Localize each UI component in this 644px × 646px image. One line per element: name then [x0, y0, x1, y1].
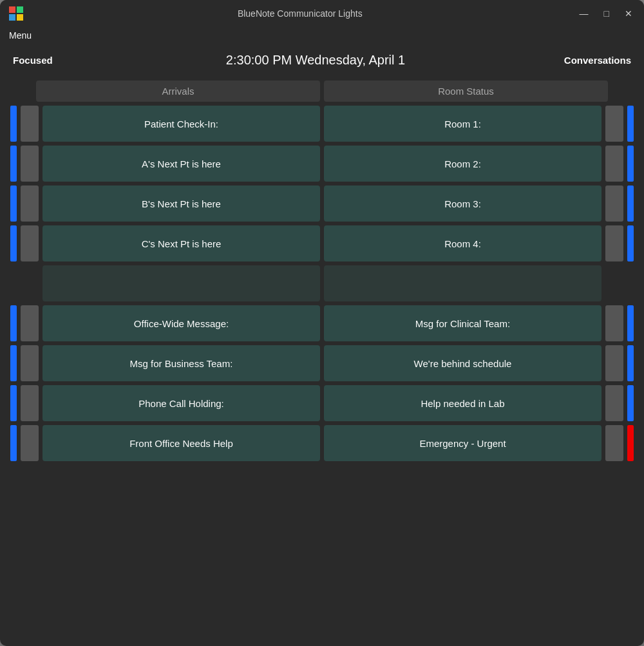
- left-indicator-0: [10, 106, 17, 142]
- main-window: BlueNote Communicator Lights — □ ✕ Menu …: [0, 0, 644, 646]
- right-indicator-1: [627, 146, 634, 182]
- datetime-display: 2:30:00 PM Wednesday, April 1: [90, 53, 541, 68]
- right-cell-7[interactable]: Help needed in Lab: [324, 385, 601, 421]
- right-cell-1[interactable]: Room 2:: [324, 146, 601, 182]
- left-cell-8[interactable]: Front Office Needs Help: [43, 425, 320, 461]
- left-indicator-1: [10, 146, 17, 182]
- left-cell-5[interactable]: Office-Wide Message:: [43, 305, 320, 341]
- right-indicator-3: [627, 225, 634, 261]
- right-indicator-0: [627, 106, 634, 142]
- left-block-0: [21, 106, 39, 142]
- conversations-label[interactable]: Conversations: [541, 55, 631, 66]
- right-indicator-2: [627, 185, 634, 222]
- right-indicator-8: [627, 425, 634, 461]
- window-title: BlueNote Communicator Lights: [30, 8, 571, 19]
- main-content: Arrivals Room Status Patient Check-In: R…: [0, 74, 644, 646]
- right-indicator-6: [627, 345, 634, 381]
- table-row: Patient Check-In: Room 1:: [10, 106, 634, 142]
- logo-yellow: [17, 14, 23, 21]
- minimize-button[interactable]: —: [577, 8, 591, 19]
- right-block-7: [605, 385, 623, 421]
- left-indicator-empty: [10, 265, 17, 301]
- menu-bar: Menu: [0, 27, 644, 46]
- left-cell-0[interactable]: Patient Check-In:: [43, 106, 320, 142]
- table-row: A's Next Pt is here Room 2:: [10, 146, 634, 182]
- logo-red: [9, 6, 15, 13]
- table-row: Msg for Business Team: We're behind sche…: [10, 345, 634, 381]
- left-cell-3[interactable]: C's Next Pt is here: [43, 225, 320, 261]
- left-indicator-7: [10, 385, 17, 421]
- right-block-1: [605, 146, 623, 182]
- table-row: Office-Wide Message: Msg for Clinical Te…: [10, 305, 634, 341]
- empty-row: [10, 265, 634, 301]
- table-row: Front Office Needs Help Emergency - Urge…: [10, 425, 634, 461]
- right-block-8: [605, 425, 623, 461]
- logo-blue: [9, 14, 15, 21]
- left-cell-empty: [43, 265, 320, 301]
- left-block-empty: [21, 265, 39, 301]
- right-indicator-empty: [627, 265, 634, 301]
- menu-item-menu[interactable]: Menu: [9, 30, 32, 41]
- right-cell-empty: [324, 265, 601, 301]
- app-logo: [9, 6, 23, 21]
- focused-label[interactable]: Focused: [13, 55, 90, 66]
- right-block-empty: [605, 265, 623, 301]
- table-row: B's Next Pt is here Room 3:: [10, 185, 634, 222]
- right-cell-6[interactable]: We're behind schedule: [324, 345, 601, 381]
- header-row: Focused 2:30:00 PM Wednesday, April 1 Co…: [0, 46, 644, 74]
- left-block-1: [21, 146, 39, 182]
- left-cell-2[interactable]: B's Next Pt is here: [43, 185, 320, 222]
- right-cell-2[interactable]: Room 3:: [324, 185, 601, 222]
- left-block-2: [21, 185, 39, 222]
- right-cell-8[interactable]: Emergency - Urgent: [324, 425, 601, 461]
- left-block-5: [21, 305, 39, 341]
- right-cell-5[interactable]: Msg for Clinical Team:: [324, 305, 601, 341]
- left-cell-7[interactable]: Phone Call Holding:: [43, 385, 320, 421]
- column-headers: Arrivals Room Status: [10, 81, 634, 102]
- left-block-7: [21, 385, 39, 421]
- logo-green: [17, 6, 23, 13]
- right-block-0: [605, 106, 623, 142]
- right-indicator-7: [627, 385, 634, 421]
- right-block-6: [605, 345, 623, 381]
- left-cell-6[interactable]: Msg for Business Team:: [43, 345, 320, 381]
- right-block-5: [605, 305, 623, 341]
- right-cell-0[interactable]: Room 1:: [324, 106, 601, 142]
- left-indicator-8: [10, 425, 17, 461]
- table-row: C's Next Pt is here Room 4:: [10, 225, 634, 261]
- close-button[interactable]: ✕: [622, 8, 635, 19]
- left-block-8: [21, 425, 39, 461]
- left-block-3: [21, 225, 39, 261]
- maximize-button[interactable]: □: [601, 8, 612, 19]
- right-indicator-5: [627, 305, 634, 341]
- right-cell-3[interactable]: Room 4:: [324, 225, 601, 261]
- title-bar: BlueNote Communicator Lights — □ ✕: [0, 0, 644, 27]
- table-row: Phone Call Holding: Help needed in Lab: [10, 385, 634, 421]
- left-indicator-2: [10, 185, 17, 222]
- room-status-column-header: Room Status: [324, 81, 608, 102]
- left-cell-1[interactable]: A's Next Pt is here: [43, 146, 320, 182]
- left-indicator-3: [10, 225, 17, 261]
- left-indicator-6: [10, 345, 17, 381]
- left-block-6: [21, 345, 39, 381]
- window-controls: — □ ✕: [577, 8, 635, 19]
- left-indicator-5: [10, 305, 17, 341]
- arrivals-column-header: Arrivals: [36, 81, 320, 102]
- right-block-3: [605, 225, 623, 261]
- right-block-2: [605, 185, 623, 222]
